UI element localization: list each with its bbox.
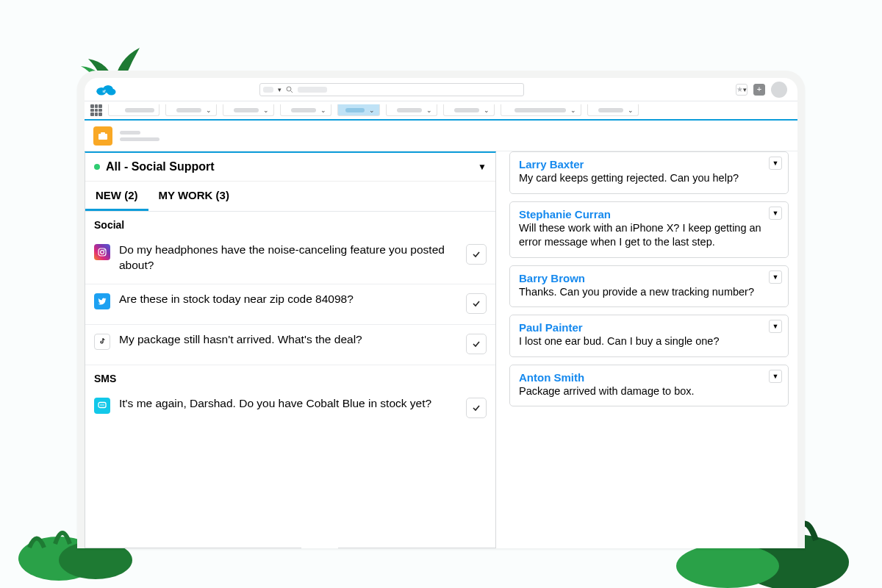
case-customer-name: Paul Painter — [519, 321, 779, 334]
svg-point-8 — [287, 87, 291, 91]
work-item-message: It's me again, Darshad. Do you have Coba… — [119, 396, 457, 412]
app-launcher-icon[interactable] — [90, 104, 102, 116]
svg-point-13 — [101, 251, 104, 254]
work-item-message: My package still hasn't arrived. What's … — [119, 332, 457, 348]
accept-button[interactable] — [466, 293, 487, 314]
svg-point-6 — [107, 88, 116, 95]
chevron-down-icon: ▾ — [743, 86, 747, 93]
omni-queue-panel: All - Social Support ▼ NEW (2) MY WORK (… — [85, 151, 496, 548]
case-menu-button[interactable]: ▼ — [769, 370, 782, 383]
check-icon — [471, 298, 481, 309]
accept-button[interactable] — [466, 244, 487, 265]
svg-point-18 — [103, 404, 104, 406]
presence-online-icon — [94, 164, 100, 170]
briefcase-icon — [93, 126, 112, 146]
nav-tab[interactable]: ⌄ — [587, 104, 639, 116]
star-icon: ★ — [736, 85, 743, 93]
laptop-hinge — [301, 544, 581, 548]
add-button[interactable]: + — [753, 84, 765, 96]
global-header: sf ▾ ★ ▾ + — [85, 78, 797, 101]
tiktok-icon — [94, 334, 110, 350]
case-card[interactable]: ▼ Paul Painter I lost one ear bud. Can I… — [509, 315, 789, 357]
page-header — [85, 121, 797, 151]
svg-point-3 — [676, 544, 779, 588]
work-item[interactable]: Are these in stock today near zip code 8… — [85, 284, 495, 325]
check-icon — [471, 403, 481, 413]
check-icon — [471, 249, 481, 259]
case-customer-name: Anton Smith — [519, 371, 779, 384]
nav-tab[interactable]: ⌄ — [223, 104, 274, 116]
nav-tab[interactable]: ⌄ — [165, 104, 217, 116]
case-message: Thanks. Can you provide a new tracking n… — [519, 285, 779, 300]
case-list: ▼ Larry Baxter My card keeps getting rej… — [509, 151, 789, 548]
case-card[interactable]: ▼ Barry Brown Thanks. Can you provide a … — [509, 265, 789, 308]
case-card[interactable]: ▼ Larry Baxter My card keeps getting rej… — [509, 151, 789, 194]
chevron-down-icon: ▼ — [478, 162, 487, 172]
case-message: I lost one ear bud. Can I buy a single o… — [519, 334, 779, 349]
case-menu-button[interactable]: ▼ — [769, 157, 782, 170]
case-menu-button[interactable]: ▼ — [769, 320, 782, 333]
page-title-placeholder — [120, 131, 159, 141]
nav-tab[interactable]: ⌄ — [443, 104, 495, 116]
instagram-icon — [94, 244, 110, 260]
work-item-message: Do my headphones have the noise-cancelin… — [119, 243, 457, 273]
nav-tab[interactable]: ⌄ — [386, 104, 437, 116]
svg-point-16 — [100, 404, 101, 406]
plus-icon: + — [757, 85, 761, 93]
case-card[interactable]: ▼ Stephanie Curran Will these work with … — [509, 201, 789, 258]
group-sms: SMS — [85, 365, 495, 389]
navigation-tabs: ⌄ ⌄ ⌄ ⌄ ⌄ ⌄ ⌄ ⌄ — [85, 101, 797, 121]
user-avatar[interactable] — [771, 82, 787, 98]
work-item[interactable]: It's me again, Darshad. Do you have Coba… — [85, 389, 495, 429]
svg-rect-11 — [101, 132, 105, 135]
accept-button[interactable] — [466, 398, 487, 418]
queue-selector[interactable]: All - Social Support ▼ — [85, 153, 495, 182]
case-card[interactable]: ▼ Anton Smith Package arrived with damag… — [509, 365, 789, 407]
nav-tab[interactable]: ⌄ — [501, 104, 581, 116]
case-menu-button[interactable]: ▼ — [769, 207, 782, 220]
nav-tab-active[interactable]: ⌄ — [337, 104, 380, 116]
sms-icon — [94, 398, 110, 414]
svg-text:sf: sf — [103, 89, 107, 93]
check-icon — [471, 339, 481, 349]
case-customer-name: Barry Brown — [519, 272, 779, 284]
work-item-message: Are these in stock today near zip code 8… — [119, 292, 457, 307]
twitter-icon — [94, 293, 110, 309]
svg-point-17 — [101, 404, 103, 406]
global-search[interactable]: ▾ — [259, 83, 524, 96]
case-menu-button[interactable]: ▼ — [769, 270, 782, 284]
work-item[interactable]: Do my headphones have the noise-cancelin… — [85, 235, 495, 284]
favorites-button[interactable]: ★ ▾ — [736, 84, 747, 96]
tab-my-work[interactable]: MY WORK (3) — [148, 182, 240, 211]
laptop-frame: sf ▾ ★ ▾ + — [77, 71, 805, 548]
case-customer-name: Stephanie Curran — [519, 208, 779, 220]
app-screen: sf ▾ ★ ▾ + — [85, 78, 797, 548]
work-item[interactable]: My package still hasn't arrived. What's … — [85, 325, 495, 365]
queue-title: All - Social Support — [106, 160, 215, 173]
tab-new[interactable]: NEW (2) — [85, 182, 148, 211]
svg-rect-10 — [98, 134, 107, 140]
case-message: Package arrived with damage to box. — [519, 384, 779, 399]
search-icon — [286, 86, 293, 93]
svg-point-14 — [104, 249, 105, 251]
nav-tab[interactable]: ⌄ — [280, 104, 331, 116]
accept-button[interactable] — [466, 334, 487, 354]
case-message: Will these work with an iPhone X? I keep… — [519, 221, 779, 250]
svg-line-9 — [291, 90, 293, 93]
case-customer-name: Larry Baxter — [519, 158, 779, 171]
nav-tab[interactable] — [108, 104, 159, 116]
salesforce-logo-icon: sf — [95, 82, 117, 97]
chevron-down-icon: ▾ — [278, 86, 282, 93]
group-social: Social — [85, 212, 495, 235]
case-message: My card keeps getting rejected. Can you … — [519, 171, 779, 186]
